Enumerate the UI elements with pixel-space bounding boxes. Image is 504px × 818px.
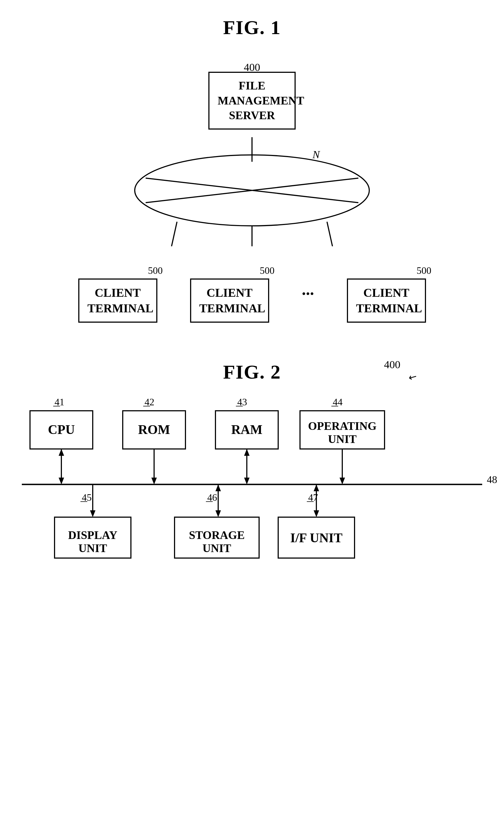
- fig2-svg: 48 41 CPU 42 ROM: [0, 389, 504, 607]
- svg-text:UNIT: UNIT: [202, 542, 231, 555]
- svg-text:UNIT: UNIT: [328, 433, 356, 445]
- svg-marker-27: [244, 449, 250, 456]
- svg-marker-21: [151, 478, 157, 484]
- fig2-server-number: 400: [384, 358, 400, 371]
- client-terminal-1-wrapper: 500 CLIENT TERMINAL: [78, 265, 157, 323]
- svg-text:DISPLAY: DISPLAY: [68, 529, 118, 541]
- svg-text:ROM: ROM: [138, 422, 170, 437]
- svg-text:RAM: RAM: [231, 422, 263, 437]
- fig1-section: FIG. 1 400 FILE MANAGEMENT SERVER: [0, 0, 504, 339]
- svg-text:I/F UNIT: I/F UNIT: [290, 531, 343, 545]
- svg-text:CPU: CPU: [48, 422, 75, 437]
- client3-number: 500: [417, 265, 431, 276]
- svg-text:UNIT: UNIT: [78, 542, 107, 555]
- svg-marker-55: [314, 510, 319, 517]
- client2-number: 500: [260, 265, 275, 276]
- svg-marker-46: [215, 484, 221, 491]
- svg-text:STORAGE: STORAGE: [189, 529, 245, 541]
- server-label: FILE MANAGEMENT SERVER: [218, 79, 304, 122]
- svg-marker-14: [59, 449, 64, 456]
- fig1-title: FIG. 1: [0, 0, 504, 39]
- client-terminal-2: CLIENT TERMINAL: [190, 278, 269, 323]
- network-label-n: N: [313, 148, 320, 161]
- fig2-diagram: 48 41 CPU 42 ROM: [0, 389, 504, 607]
- client-terminal-2-wrapper: 500 CLIENT TERMINAL: [190, 265, 269, 323]
- svg-marker-35: [340, 478, 345, 484]
- svg-marker-39: [90, 510, 95, 517]
- svg-line-6: [327, 222, 332, 246]
- svg-marker-54: [314, 484, 319, 491]
- client-terminal-3: CLIENT TERMINAL: [347, 278, 426, 323]
- client1-number: 500: [148, 265, 163, 276]
- network-diagram: [129, 137, 375, 246]
- svg-marker-47: [215, 510, 221, 517]
- svg-line-4: [172, 222, 177, 246]
- svg-text:OPERATING: OPERATING: [308, 420, 376, 432]
- file-management-server-box: FILE MANAGEMENT SERVER: [208, 72, 296, 130]
- clients-row: 500 CLIENT TERMINAL 500 CLIENT TERMINAL …: [0, 265, 504, 323]
- svg-text:48: 48: [487, 474, 497, 485]
- fig1-diagram: 400 FILE MANAGEMENT SERVER: [0, 39, 504, 339]
- svg-marker-28: [244, 478, 250, 484]
- fig2-title: FIG. 2: [0, 361, 504, 383]
- client-terminal-3-wrapper: 500 CLIENT TERMINAL: [347, 265, 426, 323]
- ellipsis-dots: ...: [302, 280, 314, 299]
- fig2-section: FIG. 2 400 ↗ 48 41 CPU: [0, 361, 504, 607]
- client-terminal-1: CLIENT TERMINAL: [78, 278, 157, 323]
- svg-marker-15: [59, 478, 64, 484]
- page: FIG. 1 400 FILE MANAGEMENT SERVER: [0, 0, 504, 818]
